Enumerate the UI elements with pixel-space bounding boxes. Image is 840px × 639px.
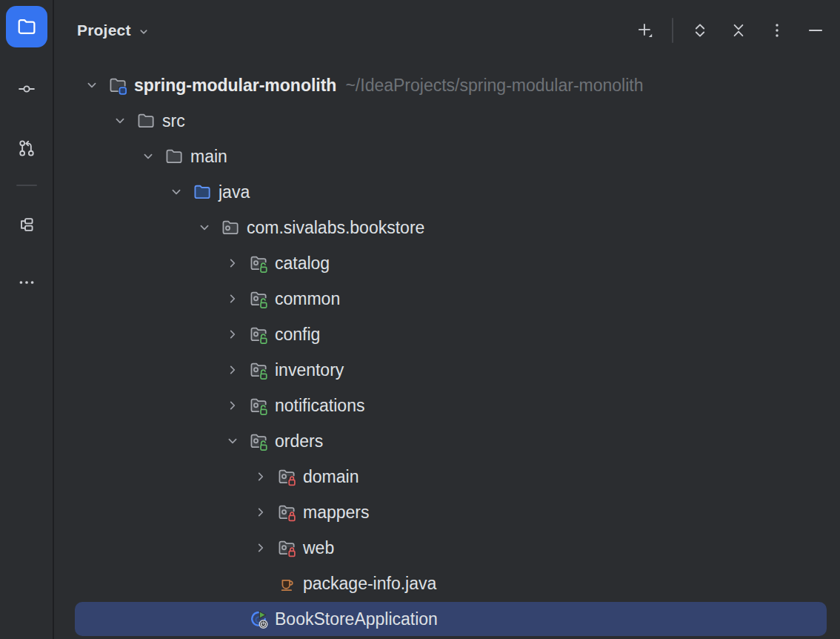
panel-title: Project bbox=[77, 21, 131, 39]
package-unlocked-icon bbox=[248, 395, 269, 416]
package-unlocked-icon bbox=[248, 324, 269, 345]
chevron-down-icon[interactable] bbox=[81, 74, 103, 96]
tree-row-label: package-info.java bbox=[303, 574, 436, 594]
sidebar-item-pull-requests[interactable] bbox=[16, 138, 37, 159]
project-root-icon bbox=[107, 75, 128, 96]
panel-header: Project bbox=[56, 0, 840, 61]
chevron-spacer bbox=[250, 572, 272, 595]
panel-toolbar bbox=[633, 18, 827, 43]
chevron-down-icon[interactable] bbox=[137, 145, 159, 168]
chevron-down-icon[interactable] bbox=[193, 216, 216, 239]
tree-row-label: src bbox=[162, 111, 185, 131]
tree-row[interactable]: BookStoreApplication bbox=[56, 601, 840, 637]
view-selector[interactable]: Project bbox=[77, 21, 151, 39]
tree-row[interactable]: catalog bbox=[56, 245, 840, 281]
chevron-down-icon[interactable] bbox=[165, 181, 187, 203]
tree-row-label: main bbox=[190, 147, 227, 167]
package-unlocked-icon bbox=[248, 253, 269, 274]
tree-row[interactable]: web bbox=[56, 530, 840, 566]
more-icon bbox=[16, 272, 37, 293]
add-button[interactable] bbox=[633, 19, 657, 42]
tree-row-label: com.sivalabs.bookstore bbox=[247, 218, 424, 238]
chevron-down-icon[interactable] bbox=[221, 430, 244, 452]
sidebar-item-more[interactable] bbox=[16, 272, 37, 293]
package-unlocked-icon bbox=[248, 431, 269, 451]
tree-row-label: catalog bbox=[275, 254, 330, 274]
spring-boot-run-icon bbox=[248, 609, 269, 629]
options-button[interactable] bbox=[765, 19, 789, 42]
tree-row[interactable]: spring-modular-monolith~/IdeaProjects/sp… bbox=[56, 67, 840, 103]
activity-bar bbox=[0, 0, 54, 639]
activity-bar-divider bbox=[16, 185, 37, 186]
pull-request-icon bbox=[16, 138, 37, 159]
tree-row-label: web bbox=[303, 538, 334, 558]
chevron-right-icon[interactable] bbox=[221, 359, 244, 381]
chevron-spacer bbox=[221, 608, 244, 630]
folder-icon bbox=[164, 146, 184, 167]
tree-row[interactable]: package-info.java bbox=[56, 566, 840, 601]
tree-row-label: mappers bbox=[303, 503, 369, 523]
commit-icon bbox=[16, 79, 37, 99]
tree-row-label: BookStoreApplication bbox=[275, 609, 438, 629]
chevron-right-icon[interactable] bbox=[221, 252, 244, 274]
expand-all-button[interactable] bbox=[688, 19, 712, 42]
tree-row[interactable]: config bbox=[56, 317, 840, 352]
package-icon bbox=[220, 217, 241, 238]
sidebar-item-commit[interactable] bbox=[16, 79, 37, 99]
kebab-icon bbox=[767, 21, 787, 40]
expand-all-icon bbox=[690, 21, 710, 40]
minimize-icon bbox=[806, 21, 825, 40]
hide-button[interactable] bbox=[804, 19, 827, 42]
tree-row[interactable]: java bbox=[56, 174, 840, 210]
toolbar-separator bbox=[672, 18, 673, 43]
tree-row[interactable]: notifications bbox=[56, 388, 840, 423]
tree-row-label: spring-modular-monolith bbox=[134, 76, 336, 96]
package-unlocked-icon bbox=[248, 288, 269, 309]
sources-root-icon bbox=[192, 182, 213, 202]
tree-row[interactable]: com.sivalabs.bookstore bbox=[56, 210, 840, 245]
tree-row[interactable]: src bbox=[56, 103, 840, 139]
package-unlocked-icon bbox=[248, 360, 269, 380]
sidebar-item-structure[interactable] bbox=[16, 214, 37, 235]
chevron-right-icon[interactable] bbox=[250, 501, 272, 523]
tree-row[interactable]: mappers bbox=[56, 494, 840, 530]
package-locked-icon bbox=[276, 537, 297, 558]
chevron-right-icon[interactable] bbox=[250, 537, 272, 559]
project-panel: Project bbox=[56, 0, 840, 639]
tree-row-label: inventory bbox=[275, 360, 344, 380]
folder-icon bbox=[136, 110, 156, 131]
tree-row-label: domain bbox=[303, 467, 359, 487]
collapse-all-icon bbox=[729, 21, 748, 40]
tree-row[interactable]: orders bbox=[56, 423, 840, 459]
chevron-right-icon[interactable] bbox=[221, 288, 244, 310]
sidebar-item-project[interactable] bbox=[6, 6, 47, 47]
chevron-right-icon[interactable] bbox=[250, 466, 272, 488]
package-locked-icon bbox=[276, 502, 297, 523]
java-file-icon bbox=[276, 573, 297, 594]
tree-row[interactable]: common bbox=[56, 281, 840, 317]
chevron-right-icon[interactable] bbox=[221, 323, 244, 345]
project-path: ~/IdeaProjects/spring-modular-monolith bbox=[345, 76, 643, 96]
tree-row-label: orders bbox=[275, 431, 323, 451]
chevron-down-icon bbox=[136, 24, 151, 39]
tree-row[interactable]: domain bbox=[56, 459, 840, 494]
chevron-right-icon[interactable] bbox=[221, 394, 244, 417]
tree-row-label: config bbox=[275, 325, 320, 345]
tree-row[interactable]: inventory bbox=[56, 352, 840, 388]
project-tool-window: Project bbox=[0, 0, 840, 639]
package-locked-icon bbox=[276, 466, 297, 487]
collapse-all-button[interactable] bbox=[727, 19, 750, 42]
chevron-down-icon[interactable] bbox=[109, 110, 131, 132]
structure-icon bbox=[16, 214, 37, 235]
add-icon bbox=[636, 21, 655, 40]
tree-row-label: notifications bbox=[275, 396, 364, 416]
tree-row-label: java bbox=[219, 182, 250, 202]
tree-row[interactable]: main bbox=[56, 139, 840, 174]
tree-row-label: common bbox=[275, 289, 340, 309]
folder-icon bbox=[16, 16, 38, 38]
project-tree: spring-modular-monolith~/IdeaProjects/sp… bbox=[56, 67, 840, 639]
